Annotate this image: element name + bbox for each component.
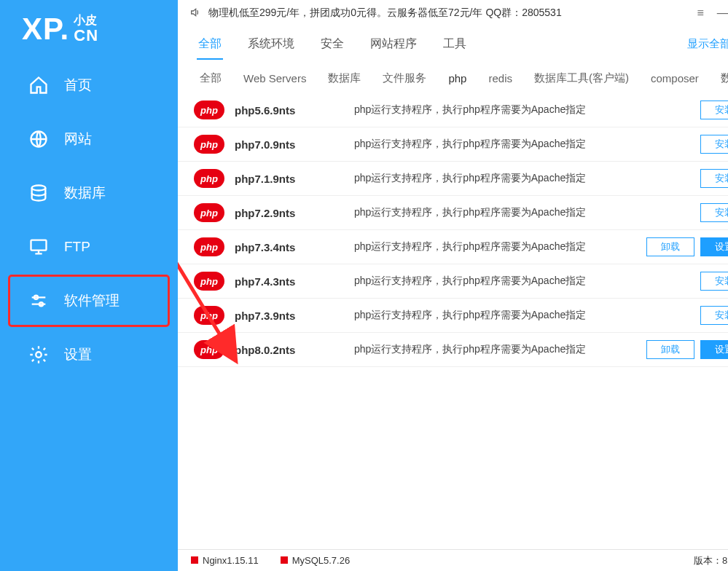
settings-button[interactable]: 设置 xyxy=(700,340,728,359)
nav-website[interactable]: 网站 xyxy=(0,112,178,166)
install-button[interactable]: 安装 xyxy=(700,101,728,119)
statusbar: Nginx1.15.11 MySQL5.7.26 版本：8.1.1.3 xyxy=(178,549,728,571)
package-actions: 安装 xyxy=(700,135,728,154)
package-list: phpphp5.6.9ntsphp运行支持程序，执行php程序需要为Apache… xyxy=(178,93,728,549)
package-desc: php运行支持程序，执行php程序需要为Apache指定 xyxy=(354,308,690,323)
primary-tabs: 全部 系统环境 安全 网站程序 工具 显示全部 ▼ xyxy=(178,26,728,63)
status-mysql: MySQL5.7.26 xyxy=(281,555,351,566)
install-button[interactable]: 安装 xyxy=(700,135,728,154)
monitor-icon xyxy=(28,236,50,258)
install-button[interactable]: 安装 xyxy=(700,306,728,325)
sliders-icon xyxy=(28,290,50,312)
show-all-toggle[interactable]: 显示全部 ▼ xyxy=(687,37,728,51)
subtab-dbtool[interactable]: 数据库工具(客户端) xyxy=(527,67,636,90)
nav-software[interactable]: 软件管理 xyxy=(7,274,171,328)
logo-xp: XP. xyxy=(22,12,69,47)
package-row: phpphp7.1.9ntsphp运行支持程序，执行php程序需要为Apache… xyxy=(178,162,728,196)
svg-point-1 xyxy=(32,186,46,191)
logo-cn: 小皮 CN xyxy=(74,14,98,44)
php-icon: php xyxy=(194,101,224,119)
package-desc: php运行支持程序，执行php程序需要为Apache指定 xyxy=(354,205,690,220)
minimize-button[interactable]: — xyxy=(714,5,728,21)
package-desc: php运行支持程序，执行php程序需要为Apache指定 xyxy=(354,342,636,357)
logo-cn-text: CN xyxy=(74,27,98,44)
package-name: php7.3.4nts xyxy=(235,241,344,253)
package-name: php7.1.9nts xyxy=(235,173,344,185)
gear-icon xyxy=(28,344,50,366)
package-name: php8.0.2nts xyxy=(235,344,344,356)
package-name: php7.2.9nts xyxy=(235,207,344,219)
version: 版本：8.1.1.3 xyxy=(694,554,728,567)
home-icon xyxy=(28,74,50,96)
uninstall-button[interactable]: 卸载 xyxy=(646,340,694,359)
install-button[interactable]: 安装 xyxy=(700,272,728,291)
subtab-all[interactable]: 全部 xyxy=(192,67,229,90)
speaker-icon xyxy=(189,7,201,20)
nav-label: 软件管理 xyxy=(64,291,120,310)
package-desc: php运行支持程序，执行php程序需要为Apache指定 xyxy=(354,171,690,186)
php-icon: php xyxy=(194,272,224,291)
settings-button[interactable]: 设置 xyxy=(700,237,728,256)
show-all-label: 显示全部 xyxy=(687,37,728,51)
logo-small: 小皮 xyxy=(74,14,98,27)
nav-label: 设置 xyxy=(64,345,92,364)
package-row: phpphp7.3.9ntsphp运行支持程序，执行php程序需要为Apache… xyxy=(178,299,728,333)
package-actions: 安装 xyxy=(700,101,728,119)
sub-tabs: 全部 Web Servers 数据库 文件服务 php redis 数据库工具(… xyxy=(178,63,728,93)
sidebar: XP. 小皮 CN 首页 网站 数据库 F xyxy=(0,0,178,571)
package-desc: php运行支持程序，执行php程序需要为Apache指定 xyxy=(354,103,690,117)
subtab-composer[interactable]: composer xyxy=(643,68,706,89)
subtab-file[interactable]: 文件服务 xyxy=(375,67,434,90)
tab-all[interactable]: 全部 xyxy=(197,29,223,59)
php-icon: php xyxy=(194,306,224,325)
svg-rect-2 xyxy=(31,240,47,251)
package-actions: 安装 xyxy=(700,203,728,222)
php-icon: php xyxy=(194,340,224,359)
nav-list: 首页 网站 数据库 FTP 软件管理 xyxy=(0,54,178,382)
package-actions: 卸载设置 xyxy=(646,237,728,256)
status-dot-icon xyxy=(281,556,288,564)
status-nginx: Nginx1.15.11 xyxy=(191,555,259,566)
main: 物理机低至299元/年，拼团成功0元得。云服务器低至72元/年 QQ群：2805… xyxy=(178,0,728,571)
package-desc: php运行支持程序，执行php程序需要为Apache指定 xyxy=(354,137,690,151)
subtab-webservers[interactable]: Web Servers xyxy=(236,68,313,89)
uninstall-button[interactable]: 卸载 xyxy=(646,237,694,256)
globe-icon xyxy=(28,128,50,150)
php-icon: php xyxy=(194,237,224,256)
subtab-redis[interactable]: redis xyxy=(481,68,520,89)
install-button[interactable]: 安装 xyxy=(700,169,728,188)
nav-label: FTP xyxy=(64,239,90,255)
package-actions: 卸载设置 xyxy=(646,340,728,359)
nav-settings[interactable]: 设置 xyxy=(0,328,178,382)
subtab-data[interactable]: 数据 xyxy=(713,67,728,90)
nav-label: 网站 xyxy=(64,130,92,149)
package-name: php5.6.9nts xyxy=(235,104,344,117)
package-name: php7.4.3nts xyxy=(235,275,344,288)
nav-label: 首页 xyxy=(64,76,92,95)
tab-security[interactable]: 安全 xyxy=(319,29,345,59)
tab-web[interactable]: 网站程序 xyxy=(369,29,418,59)
package-row: phpphp7.0.9ntsphp运行支持程序，执行php程序需要为Apache… xyxy=(178,127,728,162)
tab-tools[interactable]: 工具 xyxy=(442,29,468,59)
announcement-text: 物理机低至299元/年，拼团成功0元得。云服务器低至72元/年 QQ群：2805… xyxy=(208,7,686,20)
package-row: phpphp7.4.3ntsphp运行支持程序，执行php程序需要为Apache… xyxy=(178,264,728,299)
package-actions: 安装 xyxy=(700,306,728,325)
php-icon: php xyxy=(194,169,224,188)
nav-database[interactable]: 数据库 xyxy=(0,166,178,220)
status-dot-icon xyxy=(191,556,198,564)
subtab-php[interactable]: php xyxy=(441,68,474,89)
package-row: phpphp7.3.4ntsphp运行支持程序，执行php程序需要为Apache… xyxy=(178,230,728,264)
package-actions: 安装 xyxy=(700,272,728,291)
menu-button[interactable]: ≡ xyxy=(694,5,706,21)
php-icon: php xyxy=(194,135,224,154)
tab-env[interactable]: 系统环境 xyxy=(246,29,296,59)
nav-ftp[interactable]: FTP xyxy=(0,220,178,274)
subtab-db[interactable]: 数据库 xyxy=(321,67,368,90)
package-row: phpphp8.0.2ntsphp运行支持程序，执行php程序需要为Apache… xyxy=(178,333,728,367)
nav-home[interactable]: 首页 xyxy=(0,58,178,112)
package-row: phpphp7.2.9ntsphp运行支持程序，执行php程序需要为Apache… xyxy=(178,196,728,230)
php-icon: php xyxy=(194,203,224,222)
install-button[interactable]: 安装 xyxy=(700,203,728,222)
package-name: php7.0.9nts xyxy=(235,138,344,151)
package-name: php7.3.9nts xyxy=(235,310,344,322)
